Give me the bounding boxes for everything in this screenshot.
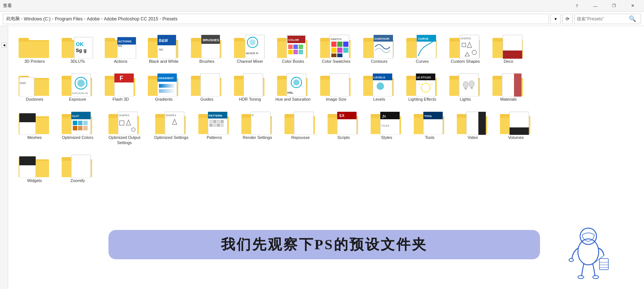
breadcrumb-ps[interactable]: Adobe Photoshop CC 2015 xyxy=(104,16,158,22)
svg-rect-25 xyxy=(191,38,201,41)
list-item[interactable]: TOOL Tools xyxy=(409,107,450,147)
svg-rect-209 xyxy=(241,114,252,117)
list-item[interactable]: DUO Duotones xyxy=(14,68,55,103)
list-item[interactable]: 3D Printers xyxy=(14,30,55,65)
maximize-button[interactable]: ❐ xyxy=(605,1,622,11)
folder-label: Exposure xyxy=(69,97,86,102)
list-item[interactable]: CURVE Curves xyxy=(402,30,443,65)
svg-rect-216 xyxy=(294,112,313,135)
svg-text:TYLES: TYLES xyxy=(381,124,390,127)
folder-label: Curves xyxy=(416,59,429,64)
list-item[interactable]: COLOR Color Books xyxy=(273,30,313,65)
list-item[interactable]: Meshes xyxy=(14,107,55,147)
list-item[interactable]: SHAPES Optimized Output Settings xyxy=(100,107,149,147)
list-item[interactable]: MIXER R Channel Mixer xyxy=(230,30,270,65)
list-item[interactable]: EX Scripts xyxy=(323,107,364,147)
list-item[interactable]: Guides xyxy=(186,68,227,103)
folder-icon-duotones: DUO xyxy=(18,70,51,97)
folder-label: Guides xyxy=(201,97,214,102)
search-box[interactable]: 🔍 xyxy=(574,14,641,24)
svg-rect-119 xyxy=(234,76,244,79)
list-item[interactable]: Widgets xyxy=(14,150,55,185)
list-item[interactable]: CONTOUR Contours xyxy=(359,30,400,65)
svg-text:B&W: B&W xyxy=(159,39,168,43)
folder-label: Widgets xyxy=(27,178,42,183)
list-item[interactable]: SHAPES Optimized Settings xyxy=(151,107,192,147)
svg-text:CURVE: CURVE xyxy=(418,37,429,40)
svg-rect-231 xyxy=(414,114,424,117)
folder-label: Duotones xyxy=(26,97,43,102)
svg-text:ACTIONS: ACTIONS xyxy=(118,40,132,43)
folder-icon-meshes xyxy=(18,108,51,135)
svg-rect-240 xyxy=(478,112,486,135)
svg-rect-224 xyxy=(371,114,381,117)
list-item[interactable]: PATTERN Patterns xyxy=(194,107,235,147)
breadcrumb[interactable]: 此电脑 › Windows (C:) › Program Files › Ado… xyxy=(3,14,549,24)
list-item[interactable]: F Flash 3D xyxy=(100,68,141,103)
breadcrumb-adobe[interactable]: Adobe xyxy=(87,16,100,22)
list-item[interactable]: CLUT Optimized Colors xyxy=(57,107,98,147)
close-button[interactable]: ✕ xyxy=(624,1,641,11)
svg-rect-84 xyxy=(492,38,503,41)
svg-rect-162 xyxy=(514,74,521,97)
svg-rect-104 xyxy=(114,74,134,82)
svg-rect-75 xyxy=(449,38,460,41)
dropdown-button[interactable]: ▾ xyxy=(550,14,561,24)
list-item[interactable]: Volumes xyxy=(495,107,536,147)
help-button[interactable]: ? xyxy=(568,1,585,11)
refresh-button[interactable]: ⟳ xyxy=(562,14,573,24)
list-item[interactable]: SHAPES Custom Shapes xyxy=(445,30,486,65)
sidebar-arrow[interactable]: ◀ xyxy=(1,42,7,48)
search-input[interactable] xyxy=(577,16,629,22)
list-item[interactable]: Deco xyxy=(488,30,529,65)
svg-rect-132 xyxy=(330,74,349,97)
list-item[interactable]: GRADIENT Gradients xyxy=(143,68,184,103)
list-item[interactable]: HSL Hue and Saturation xyxy=(273,68,313,103)
breadcrumb-presets[interactable]: Presets xyxy=(162,16,178,22)
list-item[interactable]: SWATCH Color Swatches xyxy=(316,30,357,65)
list-item[interactable]: LEVELS Levels xyxy=(359,68,400,103)
folder-icon-guides xyxy=(190,70,224,97)
list-item[interactable]: Lights xyxy=(445,68,486,103)
breadcrumb-pc[interactable]: 此电脑 xyxy=(6,16,20,22)
list-item[interactable]: ACTIONS NS Actions xyxy=(100,30,141,65)
folder-row-1: 3D Printers OK Sg g 3DLUTs xyxy=(14,30,638,65)
list-item[interactable]: HDR Toning xyxy=(230,68,270,103)
list-item[interactable]: BRUSHES Brushes xyxy=(186,30,227,65)
list-item[interactable]: EXPOSURE RE Exposure xyxy=(57,68,98,103)
folder-row-4: Widgets Zoomify xyxy=(14,150,638,185)
minimize-button[interactable]: — xyxy=(587,1,604,11)
svg-rect-174 xyxy=(73,121,77,125)
address-controls: ▾ ⟳ xyxy=(550,14,573,24)
folder-label: Meshes xyxy=(27,135,42,140)
folder-label: Optimized Settings xyxy=(154,135,188,140)
svg-rect-157 xyxy=(471,87,473,89)
list-item[interactable]: OK Sg g 3DLUTs xyxy=(57,30,98,65)
list-item[interactable]: Repousse xyxy=(280,107,321,147)
breadcrumb-drive[interactable]: Windows (C:) xyxy=(24,16,51,22)
svg-rect-117 xyxy=(201,74,220,97)
svg-rect-55 xyxy=(337,42,342,47)
breadcrumb-programfiles[interactable]: Program Files xyxy=(55,16,83,22)
svg-line-258 xyxy=(594,256,604,263)
list-item[interactable]: Zoomify xyxy=(57,150,98,185)
list-item[interactable]: Image Size xyxy=(316,68,357,103)
svg-rect-113 xyxy=(159,89,175,93)
svg-rect-2 xyxy=(19,42,49,58)
svg-text:GRADIENT: GRADIENT xyxy=(158,77,174,80)
list-item[interactable]: LE STYLES Lighting Effects xyxy=(402,68,443,103)
list-item[interactable]: Materials xyxy=(488,68,529,103)
svg-rect-112 xyxy=(159,84,175,88)
list-item[interactable]: B&W NS Black and White xyxy=(143,30,184,65)
folder-label: Lighting Effects xyxy=(408,97,436,102)
list-item[interactable]: fx TYLES Styles xyxy=(366,107,407,147)
svg-text:EXPOSURE RE: EXPOSURE RE xyxy=(72,92,88,94)
list-item[interactable]: Video xyxy=(452,107,493,147)
svg-text:DUO: DUO xyxy=(20,82,26,84)
folder-icon-levels: LEVELS xyxy=(362,70,396,97)
svg-rect-205 xyxy=(213,124,216,127)
list-item[interactable]: R Render Settings xyxy=(237,107,278,147)
folder-icon-volumes xyxy=(499,108,533,135)
address-bar: 此电脑 › Windows (C:) › Program Files › Ado… xyxy=(0,12,644,26)
svg-point-255 xyxy=(578,239,599,265)
